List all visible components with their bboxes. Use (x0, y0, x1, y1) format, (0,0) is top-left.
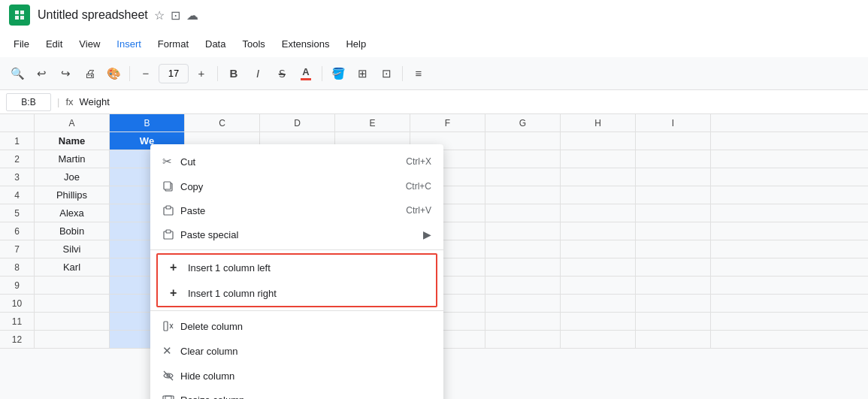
menu-help[interactable]: Help (338, 35, 374, 53)
cell-a2[interactable]: Martin (35, 150, 110, 168)
menu-insert[interactable]: Insert (109, 35, 149, 53)
cell-g2[interactable] (485, 150, 561, 168)
italic-button[interactable]: I (246, 62, 269, 85)
cell-a11[interactable] (35, 313, 110, 330)
bold-button[interactable]: B (222, 62, 245, 85)
cell-g11[interactable] (485, 313, 561, 330)
cell-a1[interactable]: Name (35, 132, 110, 150)
cell-a6[interactable]: Bobin (35, 222, 110, 240)
cell-a8[interactable]: Karl (35, 258, 110, 276)
cell-h10[interactable] (561, 295, 636, 312)
cell-h2[interactable] (561, 150, 636, 168)
cell-i8[interactable] (636, 258, 711, 276)
font-size-decrease[interactable]: − (135, 62, 157, 85)
cell-reference[interactable]: B:B (6, 93, 51, 111)
cell-h11[interactable] (561, 313, 636, 330)
cell-h7[interactable] (561, 240, 636, 258)
cell-h1[interactable] (561, 132, 636, 150)
redo-button[interactable]: ↪ (54, 62, 77, 85)
cell-i9[interactable] (636, 277, 711, 294)
ctx-clear-col[interactable]: ✕ Clear column (150, 338, 443, 364)
cell-g5[interactable] (485, 204, 561, 222)
menu-edit[interactable]: Edit (38, 35, 70, 53)
col-header-f[interactable]: F (410, 114, 485, 131)
ctx-insert-col-left[interactable]: + Insert 1 column left (158, 255, 436, 280)
cell-i3[interactable] (636, 168, 711, 186)
fill-color-button[interactable]: 🪣 (327, 62, 349, 85)
cell-h4[interactable] (561, 186, 636, 204)
cell-g10[interactable] (485, 295, 561, 312)
cell-a7[interactable]: Silvi (35, 240, 110, 258)
cell-i6[interactable] (636, 222, 711, 240)
font-size-increase[interactable]: + (190, 62, 213, 85)
print-button[interactable]: 🖨 (78, 62, 101, 85)
ctx-delete-col[interactable]: Delete column (150, 314, 443, 338)
font-size-display[interactable]: 17 (159, 64, 189, 83)
cell-g6[interactable] (485, 222, 561, 240)
cell-h9[interactable] (561, 277, 636, 294)
ctx-cut[interactable]: ✂ Cut Ctrl+X (150, 149, 443, 174)
cell-g7[interactable] (485, 240, 561, 258)
cell-i5[interactable] (636, 204, 711, 222)
paint-format-button[interactable]: 🎨 (102, 62, 125, 85)
cell-h3[interactable] (561, 168, 636, 186)
menu-data[interactable]: Data (198, 35, 233, 53)
cell-h12[interactable] (561, 331, 636, 348)
col-header-a[interactable]: A (35, 114, 110, 131)
cell-i12[interactable] (636, 331, 711, 348)
cell-a10[interactable] (35, 295, 110, 312)
formula-input[interactable]: Weight (80, 96, 862, 107)
cell-i4[interactable] (636, 186, 711, 204)
cell-i11[interactable] (636, 313, 711, 330)
cell-i1[interactable] (636, 132, 711, 150)
cell-g8[interactable] (485, 258, 561, 276)
col-header-d[interactable]: D (260, 114, 335, 131)
search-button[interactable]: 🔍 (6, 62, 29, 85)
menu-extensions[interactable]: Extensions (274, 35, 337, 53)
strikethrough-button[interactable]: S̶ (271, 62, 293, 85)
menu-tools[interactable]: Tools (234, 35, 272, 53)
cell-g3[interactable] (485, 168, 561, 186)
col-header-g[interactable]: G (485, 114, 561, 131)
merge-button[interactable]: ⊡ (375, 62, 398, 85)
menu-format[interactable]: Format (150, 35, 196, 53)
cell-a9[interactable] (35, 277, 110, 294)
folder-icon[interactable]: ⊡ (171, 8, 180, 23)
cell-g1[interactable] (485, 132, 561, 150)
borders-button[interactable]: ⊞ (351, 62, 374, 85)
align-button[interactable]: ≡ (407, 62, 430, 85)
cell-g9[interactable] (485, 277, 561, 294)
ctx-insert-col-right[interactable]: + Insert 1 column right (158, 280, 436, 306)
insert-col-left-icon: + (170, 261, 188, 274)
col-header-e[interactable]: E (335, 114, 410, 131)
ctx-copy[interactable]: Copy Ctrl+C (150, 174, 443, 198)
col-header-b[interactable]: B (110, 114, 185, 131)
ctx-paste-special-arrow: ▶ (423, 228, 431, 240)
col-header-c[interactable]: C (185, 114, 260, 131)
cell-a5[interactable]: Alexa (35, 204, 110, 222)
menu-view[interactable]: View (71, 35, 107, 53)
cell-h8[interactable] (561, 258, 636, 276)
cell-i7[interactable] (636, 240, 711, 258)
cell-g4[interactable] (485, 186, 561, 204)
cell-a12[interactable] (35, 331, 110, 348)
star-icon[interactable]: ☆ (154, 8, 165, 23)
cell-g12[interactable] (485, 331, 561, 348)
col-header-h[interactable]: H (561, 114, 636, 131)
ctx-resize-col[interactable]: Resize column (150, 388, 443, 399)
ctx-paste-special[interactable]: Paste special ▶ (150, 222, 443, 246)
menu-file[interactable]: File (6, 35, 37, 53)
font-color-button[interactable]: A (295, 62, 317, 85)
cell-h6[interactable] (561, 222, 636, 240)
ctx-hide-col[interactable]: Hide column (150, 364, 443, 388)
cell-h5[interactable] (561, 204, 636, 222)
undo-button[interactable]: ↩ (30, 62, 53, 85)
col-header-i[interactable]: I (636, 114, 711, 131)
row-num-3: 3 (0, 168, 35, 186)
cell-a4[interactable]: Phillips (35, 186, 110, 204)
cell-i2[interactable] (636, 150, 711, 168)
cell-a3[interactable]: Joe (35, 168, 110, 186)
cell-i10[interactable] (636, 295, 711, 312)
cloud-icon[interactable]: ☁ (186, 8, 198, 23)
ctx-paste[interactable]: Paste Ctrl+V (150, 198, 443, 222)
